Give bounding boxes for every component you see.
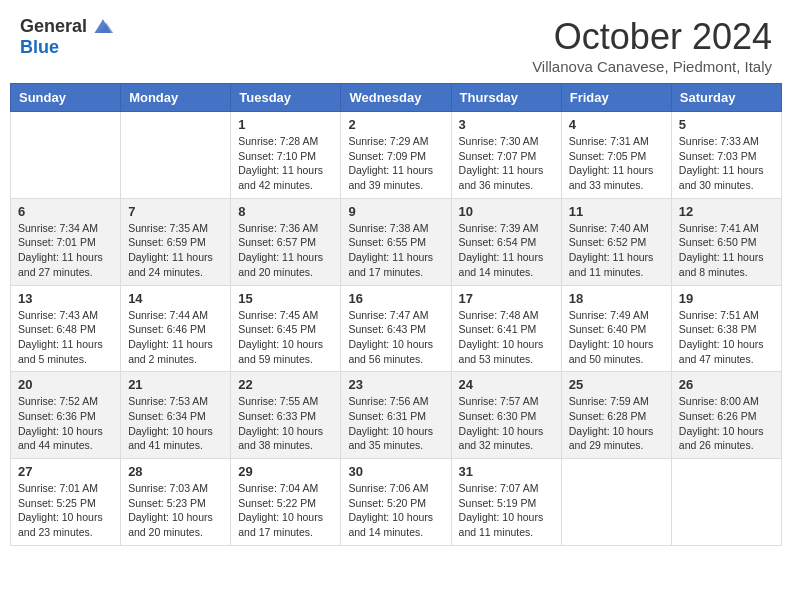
day-number: 29 [238, 464, 333, 479]
day-info: Sunrise: 7:44 AMSunset: 6:46 PMDaylight:… [128, 308, 223, 367]
calendar-cell: 2Sunrise: 7:29 AMSunset: 7:09 PMDaylight… [341, 112, 451, 199]
day-header-tuesday: Tuesday [231, 84, 341, 112]
calendar-cell: 18Sunrise: 7:49 AMSunset: 6:40 PMDayligh… [561, 285, 671, 372]
day-info: Sunrise: 7:07 AMSunset: 5:19 PMDaylight:… [459, 481, 554, 540]
calendar-header-row: SundayMondayTuesdayWednesdayThursdayFrid… [11, 84, 782, 112]
day-number: 14 [128, 291, 223, 306]
calendar-cell: 7Sunrise: 7:35 AMSunset: 6:59 PMDaylight… [121, 198, 231, 285]
day-info: Sunrise: 7:49 AMSunset: 6:40 PMDaylight:… [569, 308, 664, 367]
calendar-cell: 5Sunrise: 7:33 AMSunset: 7:03 PMDaylight… [671, 112, 781, 199]
day-info: Sunrise: 7:39 AMSunset: 6:54 PMDaylight:… [459, 221, 554, 280]
logo-general-text: General [20, 16, 87, 37]
calendar-cell: 6Sunrise: 7:34 AMSunset: 7:01 PMDaylight… [11, 198, 121, 285]
day-number: 24 [459, 377, 554, 392]
day-info: Sunrise: 7:29 AMSunset: 7:09 PMDaylight:… [348, 134, 443, 193]
calendar-cell: 3Sunrise: 7:30 AMSunset: 7:07 PMDaylight… [451, 112, 561, 199]
day-info: Sunrise: 7:33 AMSunset: 7:03 PMDaylight:… [679, 134, 774, 193]
calendar-cell: 12Sunrise: 7:41 AMSunset: 6:50 PMDayligh… [671, 198, 781, 285]
calendar-cell: 25Sunrise: 7:59 AMSunset: 6:28 PMDayligh… [561, 372, 671, 459]
day-number: 6 [18, 204, 113, 219]
calendar-cell: 1Sunrise: 7:28 AMSunset: 7:10 PMDaylight… [231, 112, 341, 199]
day-number: 9 [348, 204, 443, 219]
calendar-cell: 8Sunrise: 7:36 AMSunset: 6:57 PMDaylight… [231, 198, 341, 285]
day-info: Sunrise: 7:57 AMSunset: 6:30 PMDaylight:… [459, 394, 554, 453]
day-number: 28 [128, 464, 223, 479]
calendar-cell: 15Sunrise: 7:45 AMSunset: 6:45 PMDayligh… [231, 285, 341, 372]
calendar-cell: 30Sunrise: 7:06 AMSunset: 5:20 PMDayligh… [341, 459, 451, 546]
calendar-cell [561, 459, 671, 546]
calendar-cell: 24Sunrise: 7:57 AMSunset: 6:30 PMDayligh… [451, 372, 561, 459]
day-info: Sunrise: 7:51 AMSunset: 6:38 PMDaylight:… [679, 308, 774, 367]
title-section: October 2024 Villanova Canavese, Piedmon… [532, 16, 772, 75]
day-header-sunday: Sunday [11, 84, 121, 112]
day-info: Sunrise: 7:53 AMSunset: 6:34 PMDaylight:… [128, 394, 223, 453]
day-info: Sunrise: 7:41 AMSunset: 6:50 PMDaylight:… [679, 221, 774, 280]
day-info: Sunrise: 7:56 AMSunset: 6:31 PMDaylight:… [348, 394, 443, 453]
day-info: Sunrise: 7:55 AMSunset: 6:33 PMDaylight:… [238, 394, 333, 453]
logo: General Blue [20, 16, 115, 58]
calendar-cell: 28Sunrise: 7:03 AMSunset: 5:23 PMDayligh… [121, 459, 231, 546]
calendar-cell: 27Sunrise: 7:01 AMSunset: 5:25 PMDayligh… [11, 459, 121, 546]
day-number: 27 [18, 464, 113, 479]
calendar-cell: 4Sunrise: 7:31 AMSunset: 7:05 PMDaylight… [561, 112, 671, 199]
calendar-week-row: 1Sunrise: 7:28 AMSunset: 7:10 PMDaylight… [11, 112, 782, 199]
day-info: Sunrise: 7:45 AMSunset: 6:45 PMDaylight:… [238, 308, 333, 367]
day-number: 12 [679, 204, 774, 219]
day-info: Sunrise: 7:59 AMSunset: 6:28 PMDaylight:… [569, 394, 664, 453]
day-info: Sunrise: 7:06 AMSunset: 5:20 PMDaylight:… [348, 481, 443, 540]
day-info: Sunrise: 7:31 AMSunset: 7:05 PMDaylight:… [569, 134, 664, 193]
day-info: Sunrise: 7:52 AMSunset: 6:36 PMDaylight:… [18, 394, 113, 453]
calendar-week-row: 20Sunrise: 7:52 AMSunset: 6:36 PMDayligh… [11, 372, 782, 459]
calendar-cell: 29Sunrise: 7:04 AMSunset: 5:22 PMDayligh… [231, 459, 341, 546]
calendar-week-row: 27Sunrise: 7:01 AMSunset: 5:25 PMDayligh… [11, 459, 782, 546]
day-header-thursday: Thursday [451, 84, 561, 112]
day-number: 19 [679, 291, 774, 306]
day-number: 10 [459, 204, 554, 219]
day-header-saturday: Saturday [671, 84, 781, 112]
calendar-cell: 10Sunrise: 7:39 AMSunset: 6:54 PMDayligh… [451, 198, 561, 285]
calendar-cell: 9Sunrise: 7:38 AMSunset: 6:55 PMDaylight… [341, 198, 451, 285]
calendar-cell: 22Sunrise: 7:55 AMSunset: 6:33 PMDayligh… [231, 372, 341, 459]
day-info: Sunrise: 7:43 AMSunset: 6:48 PMDaylight:… [18, 308, 113, 367]
calendar-week-row: 13Sunrise: 7:43 AMSunset: 6:48 PMDayligh… [11, 285, 782, 372]
day-info: Sunrise: 7:35 AMSunset: 6:59 PMDaylight:… [128, 221, 223, 280]
day-number: 16 [348, 291, 443, 306]
calendar-cell: 26Sunrise: 8:00 AMSunset: 6:26 PMDayligh… [671, 372, 781, 459]
day-number: 31 [459, 464, 554, 479]
logo-blue-text: Blue [20, 37, 59, 58]
day-number: 18 [569, 291, 664, 306]
day-number: 23 [348, 377, 443, 392]
day-info: Sunrise: 8:00 AMSunset: 6:26 PMDaylight:… [679, 394, 774, 453]
day-number: 1 [238, 117, 333, 132]
day-info: Sunrise: 7:01 AMSunset: 5:25 PMDaylight:… [18, 481, 113, 540]
page-header: General Blue October 2024 Villanova Cana… [0, 0, 792, 83]
day-info: Sunrise: 7:34 AMSunset: 7:01 PMDaylight:… [18, 221, 113, 280]
day-number: 13 [18, 291, 113, 306]
day-header-friday: Friday [561, 84, 671, 112]
calendar-cell: 11Sunrise: 7:40 AMSunset: 6:52 PMDayligh… [561, 198, 671, 285]
calendar-cell: 21Sunrise: 7:53 AMSunset: 6:34 PMDayligh… [121, 372, 231, 459]
calendar-cell: 23Sunrise: 7:56 AMSunset: 6:31 PMDayligh… [341, 372, 451, 459]
day-info: Sunrise: 7:38 AMSunset: 6:55 PMDaylight:… [348, 221, 443, 280]
day-number: 25 [569, 377, 664, 392]
day-info: Sunrise: 7:28 AMSunset: 7:10 PMDaylight:… [238, 134, 333, 193]
month-title: October 2024 [532, 16, 772, 58]
day-info: Sunrise: 7:03 AMSunset: 5:23 PMDaylight:… [128, 481, 223, 540]
day-number: 7 [128, 204, 223, 219]
day-info: Sunrise: 7:30 AMSunset: 7:07 PMDaylight:… [459, 134, 554, 193]
day-info: Sunrise: 7:36 AMSunset: 6:57 PMDaylight:… [238, 221, 333, 280]
day-number: 3 [459, 117, 554, 132]
day-info: Sunrise: 7:40 AMSunset: 6:52 PMDaylight:… [569, 221, 664, 280]
calendar-cell [11, 112, 121, 199]
calendar-cell: 19Sunrise: 7:51 AMSunset: 6:38 PMDayligh… [671, 285, 781, 372]
day-number: 17 [459, 291, 554, 306]
day-number: 11 [569, 204, 664, 219]
day-header-wednesday: Wednesday [341, 84, 451, 112]
day-number: 22 [238, 377, 333, 392]
location-subtitle: Villanova Canavese, Piedmont, Italy [532, 58, 772, 75]
calendar-cell: 16Sunrise: 7:47 AMSunset: 6:43 PMDayligh… [341, 285, 451, 372]
day-number: 4 [569, 117, 664, 132]
day-info: Sunrise: 7:04 AMSunset: 5:22 PMDaylight:… [238, 481, 333, 540]
day-number: 15 [238, 291, 333, 306]
logo-icon [91, 17, 115, 37]
